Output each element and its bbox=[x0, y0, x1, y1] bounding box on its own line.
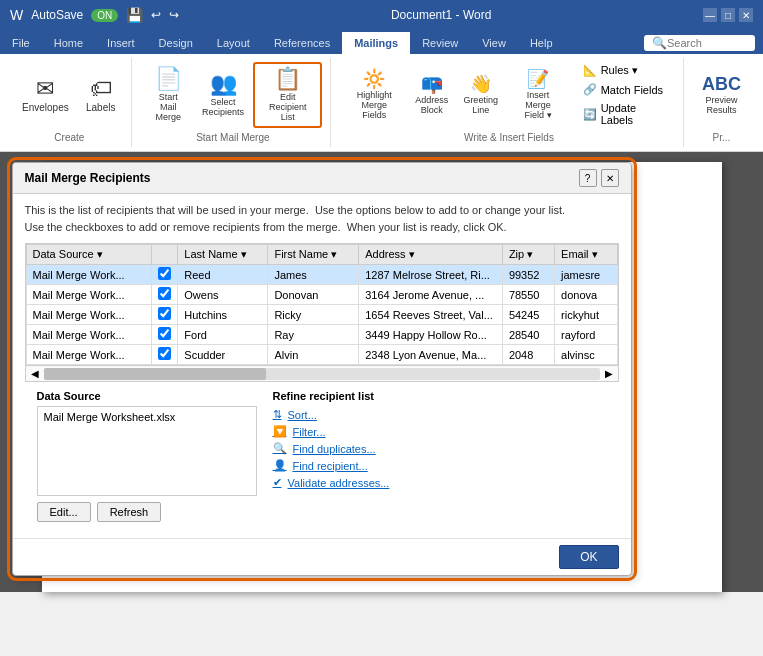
cell-address: 1654 Reeves Street, Val... bbox=[359, 305, 503, 325]
validate-icon: ✔ bbox=[273, 476, 282, 489]
find-duplicates-link[interactable]: 🔍 Find duplicates... bbox=[273, 442, 607, 455]
cell-first-name: Alvin bbox=[268, 345, 359, 365]
app-icon: W bbox=[10, 7, 23, 23]
recipients-table-container: Data Source ▾ Last Name ▾ First Name ▾ A… bbox=[25, 243, 619, 366]
insert-merge-field-button[interactable]: 📝 Insert MergeField ▾ bbox=[507, 66, 568, 124]
select-recipients-button[interactable]: 👥 SelectRecipients bbox=[197, 69, 250, 121]
filter-link[interactable]: 🔽 Filter... bbox=[273, 425, 607, 438]
maximize-btn[interactable]: □ bbox=[721, 8, 735, 22]
sort-label: Sort... bbox=[288, 409, 317, 421]
sort-icon: ⇅ bbox=[273, 408, 282, 421]
redo-btn[interactable]: ↪ bbox=[169, 8, 179, 22]
table-row[interactable]: Mail Merge Work... Owens Donovan 3164 Je… bbox=[26, 285, 617, 305]
preview-results-button[interactable]: ABC PreviewResults bbox=[696, 71, 747, 119]
cell-address: 1287 Melrose Street, Ri... bbox=[359, 265, 503, 285]
cell-checkbox[interactable] bbox=[152, 345, 178, 365]
close-btn[interactable]: ✕ bbox=[739, 8, 753, 22]
match-fields-label: Match Fields bbox=[601, 84, 663, 96]
sort-link[interactable]: ⇅ Sort... bbox=[273, 408, 607, 421]
start-mail-merge-button[interactable]: 📄 Start MailMerge bbox=[144, 64, 193, 126]
cell-email: jamesre bbox=[555, 265, 617, 285]
col-last-name[interactable]: Last Name ▾ bbox=[178, 245, 268, 265]
tab-mailings[interactable]: Mailings bbox=[342, 32, 410, 54]
cell-zip: 78550 bbox=[502, 285, 554, 305]
match-fields-button[interactable]: 🔗 Match Fields bbox=[577, 81, 675, 98]
scroll-left-btn[interactable]: ◀ bbox=[28, 367, 42, 380]
find-duplicates-label: Find duplicates... bbox=[293, 443, 376, 455]
cell-email: rickyhut bbox=[555, 305, 617, 325]
search-input[interactable] bbox=[667, 37, 747, 49]
start-mail-merge-label: Start MailMerge bbox=[150, 92, 187, 122]
group-preview: ABC PreviewResults Pr... bbox=[688, 58, 755, 147]
edit-recipient-list-button[interactable]: 📋 EditRecipient List bbox=[253, 62, 322, 128]
scroll-track[interactable] bbox=[44, 368, 600, 380]
tab-design[interactable]: Design bbox=[147, 32, 205, 54]
dialog-help-button[interactable]: ? bbox=[579, 169, 597, 187]
save-icon[interactable]: 💾 bbox=[126, 7, 143, 23]
data-source-list: Mail Merge Worksheet.xlsx bbox=[37, 406, 257, 496]
tab-insert[interactable]: Insert bbox=[95, 32, 147, 54]
ribbon: File Home Insert Design Layout Reference… bbox=[0, 30, 763, 152]
rules-button[interactable]: 📐 Rules ▾ bbox=[577, 62, 675, 79]
ok-button[interactable]: OK bbox=[559, 545, 618, 569]
find-duplicates-icon: 🔍 bbox=[273, 442, 287, 455]
data-source-list-item[interactable]: Mail Merge Worksheet.xlsx bbox=[40, 409, 254, 425]
dialog-wrapper: Mail Merge Recipients ? ✕ This is the li… bbox=[12, 162, 752, 576]
tab-help[interactable]: Help bbox=[518, 32, 565, 54]
undo-btn[interactable]: ↩ bbox=[151, 8, 161, 22]
cell-checkbox[interactable] bbox=[152, 285, 178, 305]
validate-addresses-link[interactable]: ✔ Validate addresses... bbox=[273, 476, 607, 489]
dialog-title-bar: Mail Merge Recipients ? ✕ bbox=[13, 163, 631, 194]
cell-checkbox[interactable] bbox=[152, 305, 178, 325]
minimize-btn[interactable]: — bbox=[703, 8, 717, 22]
dialog-title-text: Mail Merge Recipients bbox=[25, 171, 151, 185]
preview-results-label: PreviewResults bbox=[705, 95, 737, 115]
col-first-name[interactable]: First Name ▾ bbox=[268, 245, 359, 265]
scroll-right-btn[interactable]: ▶ bbox=[602, 367, 616, 380]
table-row[interactable]: Mail Merge Work... Ford Ray 3449 Happy H… bbox=[26, 325, 617, 345]
address-block-icon: 📪 bbox=[421, 75, 443, 93]
highlight-merge-fields-button[interactable]: 🔆 HighlightMerge Fields bbox=[343, 66, 406, 124]
find-recipient-link[interactable]: 👤 Find recipient... bbox=[273, 459, 607, 472]
scroll-thumb bbox=[44, 368, 266, 380]
autosave-toggle[interactable]: ON bbox=[91, 9, 118, 22]
insert-field-icon: 📝 bbox=[527, 70, 549, 88]
edit-recipient-list-label: EditRecipient List bbox=[261, 92, 314, 122]
cell-last-name: Ford bbox=[178, 325, 268, 345]
tab-file[interactable]: File bbox=[0, 32, 42, 54]
ribbon-content: ✉ Envelopes 🏷 Labels Create 📄 Start Mail… bbox=[0, 54, 763, 151]
create-group-label: Create bbox=[54, 128, 84, 143]
cell-email: donova bbox=[555, 285, 617, 305]
labels-button[interactable]: 🏷 Labels bbox=[79, 74, 123, 117]
preview-buttons: ABC PreviewResults bbox=[696, 62, 747, 128]
tab-review[interactable]: Review bbox=[410, 32, 470, 54]
greeting-line-button[interactable]: 👋 GreetingLine bbox=[458, 71, 504, 119]
cell-checkbox[interactable] bbox=[152, 325, 178, 345]
cell-email: alvinsc bbox=[555, 345, 617, 365]
table-row[interactable]: Mail Merge Work... Hutchins Ricky 1654 R… bbox=[26, 305, 617, 325]
col-zip[interactable]: Zip ▾ bbox=[502, 245, 554, 265]
table-row[interactable]: Mail Merge Work... Scudder Alvin 2348 Ly… bbox=[26, 345, 617, 365]
update-labels-button[interactable]: 🔄 Update Labels bbox=[577, 100, 675, 128]
col-email[interactable]: Email ▾ bbox=[555, 245, 617, 265]
col-checkbox-header bbox=[152, 245, 178, 265]
refresh-button[interactable]: Refresh bbox=[97, 502, 162, 522]
data-source-section: Data Source Mail Merge Worksheet.xlsx Ed… bbox=[37, 390, 257, 522]
cell-checkbox[interactable] bbox=[152, 265, 178, 285]
dialog-footer: OK bbox=[13, 538, 631, 575]
table-row[interactable]: Mail Merge Work... Reed James 1287 Melro… bbox=[26, 265, 617, 285]
envelopes-button[interactable]: ✉ Envelopes bbox=[16, 74, 75, 117]
tab-references[interactable]: References bbox=[262, 32, 342, 54]
tab-home[interactable]: Home bbox=[42, 32, 95, 54]
search-box[interactable]: 🔍 bbox=[644, 35, 755, 51]
col-data-source[interactable]: Data Source ▾ bbox=[26, 245, 152, 265]
table-scrollbar[interactable]: ◀ ▶ bbox=[25, 366, 619, 382]
recipients-table: Data Source ▾ Last Name ▾ First Name ▾ A… bbox=[26, 244, 618, 365]
title-bar: W AutoSave ON 💾 ↩ ↪ Document1 - Word — □… bbox=[0, 0, 763, 30]
dialog-close-button[interactable]: ✕ bbox=[601, 169, 619, 187]
edit-button[interactable]: Edit... bbox=[37, 502, 91, 522]
tab-layout[interactable]: Layout bbox=[205, 32, 262, 54]
tab-view[interactable]: View bbox=[470, 32, 518, 54]
col-address[interactable]: Address ▾ bbox=[359, 245, 503, 265]
address-block-button[interactable]: 📪 AddressBlock bbox=[410, 71, 454, 119]
